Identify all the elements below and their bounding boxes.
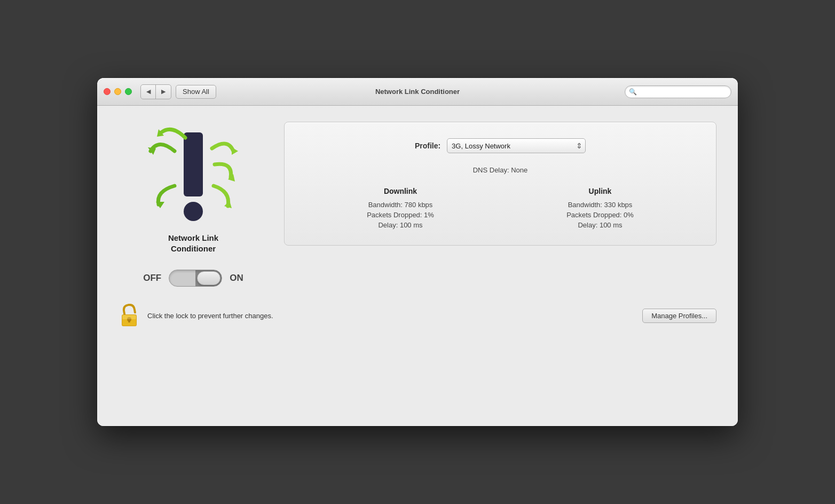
dns-delay-row: DNS Delay: None	[301, 166, 700, 174]
window-title: Network Link Conditioner	[375, 88, 460, 96]
close-button[interactable]	[104, 88, 111, 95]
svg-rect-11	[128, 319, 130, 322]
toggle-row: OFF ON	[143, 270, 243, 287]
dns-delay-label: DNS Delay: None	[473, 166, 528, 174]
toggle-switch[interactable]	[169, 270, 222, 287]
traffic-lights	[104, 88, 132, 95]
minimize-button[interactable]	[114, 88, 121, 95]
lock-icon	[120, 304, 139, 327]
uplink-delay: Delay: 100 ms	[578, 221, 622, 229]
profile-label: Profile:	[415, 141, 440, 150]
svg-point-1	[184, 202, 203, 221]
main-layout: Network Link Conditioner OFF ON Pr	[119, 122, 716, 287]
svg-rect-0	[184, 132, 203, 196]
nav-back-button[interactable]: ◀	[141, 85, 156, 99]
profile-row: Profile: 3G, Lossy Network 100% Loss 3G,…	[301, 138, 700, 153]
downlink-bandwidth: Bandwidth: 780 kbps	[368, 201, 433, 209]
uplink-bandwidth: Bandwidth: 330 kbps	[568, 201, 633, 209]
profile-select[interactable]: 3G, Lossy Network 100% Loss 3G, Average …	[447, 138, 586, 153]
left-panel: Network Link Conditioner OFF ON	[119, 122, 268, 287]
app-name: Network Link Conditioner	[168, 233, 218, 254]
downlink-packets-dropped: Packets Dropped: 1%	[367, 211, 434, 219]
lock-button[interactable]	[119, 303, 140, 328]
maximize-button[interactable]	[125, 88, 132, 95]
show-all-button[interactable]: Show All	[176, 85, 216, 99]
content-area: Network Link Conditioner OFF ON Pr	[97, 106, 738, 426]
bottom-bar: Click the lock to prevent further change…	[119, 303, 716, 328]
app-icon	[145, 122, 241, 229]
app-icon-area: Network Link Conditioner	[145, 122, 241, 254]
profile-select-wrapper: 3G, Lossy Network 100% Loss 3G, Average …	[447, 138, 586, 153]
downlink-heading: Downlink	[384, 187, 417, 195]
titlebar: ◀ ▶ Show All Network Link Conditioner 🔍	[97, 78, 738, 106]
stats-row: Downlink Bandwidth: 780 kbps Packets Dro…	[301, 187, 700, 229]
toggle-on-label: ON	[230, 273, 243, 284]
nav-buttons: ◀ ▶	[140, 84, 171, 99]
downlink-delay: Delay: 100 ms	[378, 221, 422, 229]
main-window: ◀ ▶ Show All Network Link Conditioner 🔍	[97, 78, 738, 426]
svg-rect-12	[122, 315, 136, 319]
search-box: 🔍	[625, 85, 731, 98]
nav-forward-button[interactable]: ▶	[156, 85, 171, 99]
titlebar-controls: ◀ ▶ Show All	[140, 84, 216, 99]
toggle-thumb	[197, 271, 220, 285]
lock-text: Click the lock to prevent further change…	[147, 312, 635, 320]
search-input[interactable]	[625, 85, 731, 98]
uplink-col: Uplink Bandwidth: 330 kbps Packets Dropp…	[566, 187, 634, 229]
toggle-off-label: OFF	[143, 273, 161, 284]
uplink-heading: Uplink	[589, 187, 612, 195]
uplink-packets-dropped: Packets Dropped: 0%	[566, 211, 634, 219]
right-panel: Profile: 3G, Lossy Network 100% Loss 3G,…	[284, 122, 716, 246]
downlink-col: Downlink Bandwidth: 780 kbps Packets Dro…	[367, 187, 434, 229]
svg-marker-4	[232, 147, 238, 155]
manage-profiles-button[interactable]: Manage Profiles...	[642, 309, 716, 323]
